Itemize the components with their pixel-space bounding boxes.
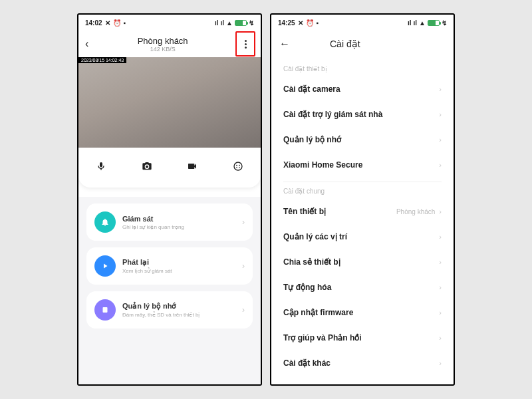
- row-label: Cài đặt camera: [283, 84, 340, 94]
- card-subtitle: Ghi lại sự kiện quan trọng: [122, 224, 242, 230]
- row-locations[interactable]: Quản lý các vị trí ›: [283, 224, 442, 249]
- row-help[interactable]: Trợ giúp và Phản hồi ›: [283, 325, 442, 350]
- phone-camera-view: 14:02 ✕ ⏰ ▪ ıl ıl ▲ ↯ ‹ Phòng khách 142 …: [77, 13, 262, 386]
- chevron-right-icon: ›: [439, 110, 442, 118]
- video-icon[interactable]: [187, 161, 198, 174]
- bitrate-label: 142 KB/S: [88, 46, 237, 53]
- chevron-right-icon: ›: [242, 261, 245, 271]
- row-label: Quản lý bộ nhớ: [283, 135, 341, 144]
- card-storage[interactable]: Quản lý bộ nhớ Đám mây, thẻ SD và trên t…: [86, 291, 253, 329]
- svg-point-4: [239, 167, 240, 168]
- row-device-name[interactable]: Tên thiết bị Phòng khách ›: [283, 199, 442, 224]
- dnd-icon: ✕: [105, 19, 110, 27]
- more-menu-button[interactable]: [237, 35, 254, 53]
- row-value: Phòng khách: [396, 208, 435, 215]
- row-label: Chia sẻ thiết bị: [283, 257, 340, 267]
- signal-icon: ıl: [408, 19, 412, 27]
- battery-icon: [428, 20, 440, 26]
- phone-settings-view: 14:25 ✕ ⏰ ▪ ıl ıl ▲ ↯ ← Cài đặt Cài đặt …: [270, 13, 455, 386]
- row-home-secure[interactable]: Xiaomi Home Secure ›: [283, 152, 442, 178]
- title-bar: ← Cài đặt: [271, 31, 454, 57]
- chevron-right-icon: ›: [439, 258, 442, 266]
- svg-point-1: [236, 165, 237, 166]
- chevron-right-icon: ›: [439, 334, 442, 342]
- svg-point-0: [234, 162, 242, 170]
- row-other[interactable]: Cài đặt khác ›: [283, 350, 442, 376]
- signal-icon: ıl: [414, 19, 418, 27]
- card-subtitle: Đám mây, thẻ SD và trên thiết bị: [122, 312, 242, 318]
- row-label: Cài đặt khác: [283, 358, 331, 368]
- card-title: Phát lại: [122, 258, 242, 267]
- battery-icon: [235, 20, 247, 26]
- bell-icon: [94, 211, 116, 233]
- svg-point-2: [239, 165, 240, 166]
- back-button[interactable]: ←: [279, 38, 290, 50]
- row-label: Trợ giúp và Phản hồi: [283, 333, 362, 342]
- section-header-device: Cài đặt thiết bị: [283, 65, 442, 72]
- clock: 14:02: [85, 19, 102, 27]
- row-firmware[interactable]: Cập nhật firmware ›: [283, 300, 442, 325]
- signal-icon: ıl: [221, 19, 225, 27]
- row-home-assistant[interactable]: Cài đặt trợ lý giám sát nhà ›: [283, 102, 442, 127]
- svg-rect-5: [103, 307, 108, 313]
- row-label: Cài đặt trợ lý giám sát nhà: [283, 110, 382, 119]
- mic-icon[interactable]: [96, 161, 106, 174]
- alarm-icon: ⏰: [113, 19, 121, 27]
- row-label: Tự động hóa: [283, 283, 331, 292]
- svg-point-3: [236, 167, 237, 168]
- chevron-right-icon: ›: [242, 217, 245, 227]
- charging-icon: ↯: [442, 19, 447, 27]
- chevron-right-icon: ›: [242, 305, 245, 315]
- play-icon: [94, 255, 116, 277]
- chevron-right-icon: ›: [439, 161, 442, 169]
- camera-feed[interactable]: 2023/08/15 14:02:43: [78, 57, 261, 148]
- status-bar: 14:25 ✕ ⏰ ▪ ıl ıl ▲ ↯: [271, 15, 454, 31]
- row-camera-settings[interactable]: Cài đặt camera ›: [283, 76, 442, 102]
- section-header-general: Cài đặt chung: [283, 188, 442, 195]
- divider: [283, 182, 442, 182]
- chevron-right-icon: ›: [439, 283, 442, 291]
- card-monitoring[interactable]: Giám sát Ghi lại sự kiện quan trọng ›: [86, 203, 253, 241]
- more-menu-highlight: [235, 31, 255, 57]
- charging-icon: ↯: [249, 19, 254, 27]
- row-label: Xiaomi Home Secure: [283, 160, 362, 170]
- title-bar: ‹ Phòng khách 142 KB/S: [78, 31, 261, 57]
- page-title: Phòng khách: [88, 36, 237, 46]
- chevron-right-icon: ›: [439, 233, 442, 241]
- wifi-icon: ▲: [226, 19, 233, 27]
- page-title: Cài đặt: [330, 39, 360, 49]
- chevron-right-icon: ›: [439, 85, 442, 93]
- clock: 14:25: [278, 19, 295, 27]
- app-icon: ▪: [317, 19, 319, 27]
- card-subtitle: Xem lịch sử giám sát: [122, 268, 242, 274]
- photo-icon[interactable]: [142, 161, 152, 174]
- row-label: Tên thiết bị: [283, 207, 326, 216]
- row-label: Quản lý các vị trí: [283, 232, 347, 241]
- chevron-right-icon: ›: [439, 136, 442, 144]
- card-title: Giám sát: [122, 215, 242, 223]
- dnd-icon: ✕: [298, 19, 303, 27]
- card-title: Quản lý bộ nhớ: [122, 302, 242, 311]
- row-automation[interactable]: Tự động hóa ›: [283, 275, 442, 300]
- chevron-right-icon: ›: [439, 207, 442, 215]
- alarm-icon: ⏰: [306, 19, 314, 27]
- storage-icon: [94, 299, 116, 321]
- row-label: Cập nhật firmware: [283, 308, 353, 317]
- row-share[interactable]: Chia sẻ thiết bị ›: [283, 249, 442, 275]
- feed-timestamp: 2023/08/15 14:02:43: [78, 57, 126, 63]
- app-icon: ▪: [124, 19, 126, 27]
- wifi-icon: ▲: [419, 19, 426, 27]
- row-storage[interactable]: Quản lý bộ nhớ ›: [283, 127, 442, 152]
- settings-dots-icon[interactable]: [233, 161, 243, 174]
- chevron-right-icon: ›: [439, 359, 442, 367]
- card-playback[interactable]: Phát lại Xem lịch sử giám sát ›: [86, 247, 253, 285]
- chevron-right-icon: ›: [439, 309, 442, 317]
- camera-toolbar: [78, 148, 261, 188]
- settings-list: Cài đặt thiết bị Cài đặt camera › Cài đặ…: [271, 57, 454, 384]
- signal-icon: ıl: [215, 19, 219, 27]
- status-bar: 14:02 ✕ ⏰ ▪ ıl ıl ▲ ↯: [78, 15, 261, 31]
- feature-list: Giám sát Ghi lại sự kiện quan trọng › Ph…: [78, 197, 261, 384]
